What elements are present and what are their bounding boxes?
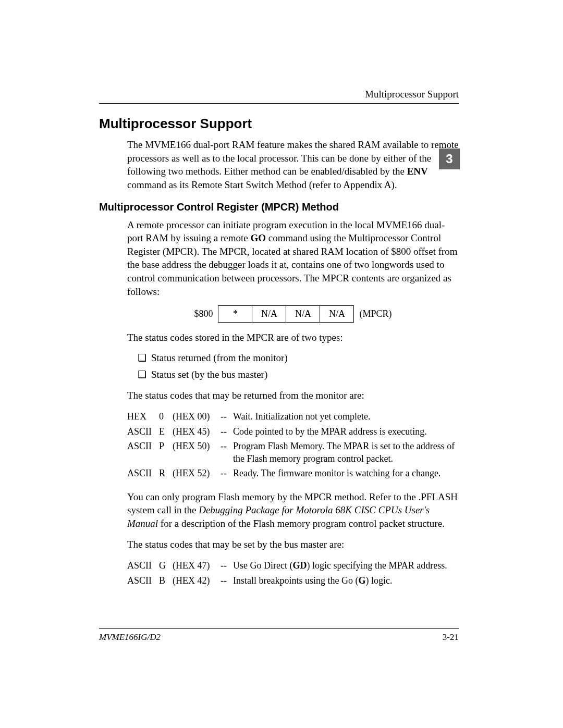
mpcr-addr: $800 bbox=[189, 306, 218, 322]
table-row: HEX 0 (HEX 00) -- Wait. Initialization n… bbox=[127, 409, 459, 424]
mpcr-block: A remote processor can initiate program … bbox=[127, 218, 459, 588]
code-dash: -- bbox=[217, 466, 233, 480]
intro-block: The MVME166 dual-port RAM feature makes … bbox=[127, 138, 459, 192]
flash-paragraph: You can only program Flash memory by the… bbox=[127, 490, 459, 530]
footer-page-number: 3-21 bbox=[443, 632, 459, 643]
mpcr-label: (MPCR) bbox=[354, 306, 397, 322]
code-desc: Ready. The firmware monitor is watching … bbox=[233, 466, 459, 480]
desc-pre: Install breakpoints using the Go ( bbox=[233, 575, 358, 586]
code-desc: Install breakpoints using the Go (G) log… bbox=[233, 573, 450, 588]
intro-paragraph: The MVME166 dual-port RAM feature makes … bbox=[127, 138, 459, 192]
code-desc: Code pointed to by the MPAR address is e… bbox=[233, 424, 459, 439]
code-char: P bbox=[159, 439, 173, 466]
code-char: B bbox=[159, 573, 173, 588]
code-encoding: ASCII bbox=[127, 573, 159, 588]
code-encoding: ASCII bbox=[127, 558, 159, 573]
mpcr-cell-4: N/A bbox=[320, 306, 354, 322]
code-desc: Program Flash Memory. The MPAR is set to… bbox=[233, 439, 459, 466]
running-header: Multiprocessor Support bbox=[365, 89, 459, 100]
code-char: G bbox=[159, 558, 173, 573]
desc-post: ) logic. bbox=[365, 575, 392, 586]
list-item: Status set (by the bus master) bbox=[138, 368, 459, 381]
code-dash: -- bbox=[217, 573, 233, 588]
code-encoding: ASCII bbox=[127, 424, 159, 439]
code-dash: -- bbox=[217, 424, 233, 439]
table-row: ASCII P (HEX 50) -- Program Flash Memory… bbox=[127, 439, 459, 466]
content-area: Multiprocessor Support The MVME166 dual-… bbox=[99, 116, 459, 597]
code-char: R bbox=[159, 466, 173, 480]
mpcr-go-bold: GO bbox=[250, 232, 266, 243]
list-item: Status returned (from the monitor) bbox=[138, 351, 459, 365]
mpcr-paragraph: A remote processor can initiate program … bbox=[127, 218, 459, 299]
status-intro: The status codes stored in the MPCR are … bbox=[127, 331, 459, 344]
code-hex: (HEX 50) bbox=[173, 439, 217, 466]
page: Multiprocessor Support 3 Multiprocessor … bbox=[0, 0, 563, 728]
code-hex: (HEX 42) bbox=[173, 573, 217, 588]
code-encoding: HEX bbox=[127, 409, 159, 424]
mpcr-cell-1: * bbox=[218, 306, 252, 322]
code-desc: Use Go Direct (GD) logic specifying the … bbox=[233, 558, 450, 573]
code-hex: (HEX 47) bbox=[173, 558, 217, 573]
set-codes-table: ASCII G (HEX 47) -- Use Go Direct (GD) l… bbox=[127, 558, 450, 588]
status-bullets: Status returned (from the monitor) Statu… bbox=[138, 351, 459, 381]
mpcr-layout-table: $800 * N/A N/A N/A (MPCR) bbox=[189, 305, 397, 322]
code-encoding: ASCII bbox=[127, 439, 159, 466]
table-row: ASCII B (HEX 42) -- Install breakpoints … bbox=[127, 573, 450, 588]
returned-intro: The status codes that may be returned fr… bbox=[127, 389, 459, 402]
code-dash: -- bbox=[217, 439, 233, 466]
flash-post: for a description of the Flash memory pr… bbox=[158, 518, 445, 529]
desc-bold: G bbox=[358, 575, 365, 586]
code-encoding: ASCII bbox=[127, 466, 159, 480]
footer-doc-id: MVME166IG/D2 bbox=[99, 632, 161, 643]
returned-codes-table: HEX 0 (HEX 00) -- Wait. Initialization n… bbox=[127, 409, 459, 480]
code-dash: -- bbox=[217, 409, 233, 424]
code-hex: (HEX 00) bbox=[173, 409, 217, 424]
subsection-heading: Multiprocessor Control Register (MPCR) M… bbox=[99, 201, 459, 213]
desc-bold: GD bbox=[292, 560, 307, 571]
footer-rule bbox=[99, 628, 459, 629]
desc-post: ) logic specifying the MPAR address. bbox=[307, 560, 447, 571]
header-rule bbox=[99, 103, 459, 104]
mpcr-row: $800 * N/A N/A N/A (MPCR) bbox=[189, 306, 397, 322]
intro-env-bold: ENV bbox=[407, 166, 428, 177]
intro-text-post: command as its Remote Start Switch Metho… bbox=[127, 179, 397, 190]
mpcr-cell-3: N/A bbox=[286, 306, 320, 322]
section-heading: Multiprocessor Support bbox=[99, 116, 459, 132]
mpcr-cell-2: N/A bbox=[252, 306, 286, 322]
table-row: ASCII E (HEX 45) -- Code pointed to by t… bbox=[127, 424, 459, 439]
table-row: ASCII G (HEX 47) -- Use Go Direct (GD) l… bbox=[127, 558, 450, 573]
code-hex: (HEX 52) bbox=[173, 466, 217, 480]
table-row: ASCII R (HEX 52) -- Ready. The firmware … bbox=[127, 466, 459, 480]
desc-pre: Use Go Direct ( bbox=[233, 560, 292, 571]
code-char: E bbox=[159, 424, 173, 439]
code-hex: (HEX 45) bbox=[173, 424, 217, 439]
set-intro: The status codes that may be set by the … bbox=[127, 538, 459, 551]
code-char: 0 bbox=[159, 409, 173, 424]
code-dash: -- bbox=[217, 558, 233, 573]
code-desc: Wait. Initialization not yet complete. bbox=[233, 409, 459, 424]
